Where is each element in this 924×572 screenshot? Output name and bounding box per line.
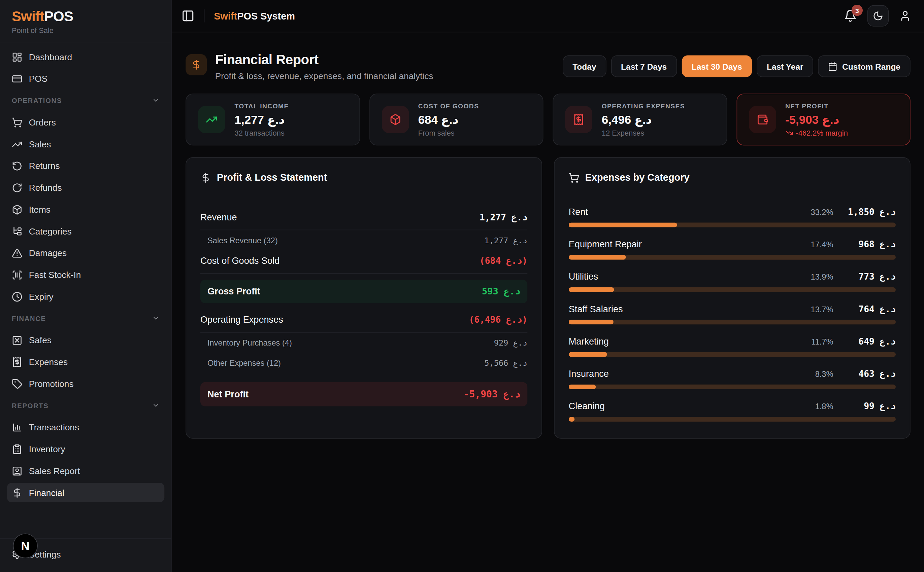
sidebar-item-promotions[interactable]: Promotions — [7, 374, 164, 393]
clipboard-list-icon — [12, 444, 23, 455]
page-title: Financial Report — [215, 52, 433, 68]
sidebar-item-sales-report[interactable]: Sales Report — [7, 461, 164, 480]
sidebar-item-damages[interactable]: Damages — [7, 243, 164, 263]
stat-subtext-label: -462.2% margin — [796, 129, 848, 137]
sidebar-item-expiry[interactable]: Expiry — [7, 287, 164, 306]
expense-percent: 33.2% — [811, 208, 834, 217]
dollar-icon — [200, 172, 211, 183]
sidebar-item-expenses[interactable]: Expenses — [7, 352, 164, 372]
page-header-left: Financial Report Profit & loss, revenue,… — [185, 52, 433, 81]
range-button-label: Last 7 Days — [621, 62, 667, 71]
page-subtitle: Profit & loss, revenue, expenses, and fi… — [215, 71, 433, 81]
panels-row: Profit & Loss Statement Revenue1,277 د.ع… — [185, 157, 910, 439]
notifications-button[interactable]: 3 — [844, 9, 857, 23]
shopping-cart-icon — [12, 117, 23, 127]
dollar-sign-icon — [12, 487, 23, 498]
range-button-last-30-days[interactable]: Last 30 Days — [682, 56, 752, 78]
sidebar-item-label: Returns — [29, 161, 60, 171]
topbar-title: SwiftPOS System — [214, 11, 295, 22]
sidebar-section-operations[interactable]: OPERATIONS — [7, 91, 164, 110]
expense-name: Utilities — [569, 272, 598, 282]
range-button-last-year[interactable]: Last Year — [757, 56, 813, 78]
sidebar-section-finance[interactable]: FINANCE — [7, 309, 164, 328]
expense-row-utilities: Utilities13.9%773 د.ع — [569, 272, 896, 292]
sidebar-item-label: Refunds — [29, 183, 62, 193]
rotate-ccw-icon — [12, 160, 23, 171]
range-button-last-7-days[interactable]: Last 7 Days — [611, 56, 677, 78]
pnl-row-value: 1,277 د.ع — [480, 212, 527, 223]
expense-row-header: Marketing11.7%649 د.ع — [569, 336, 896, 347]
stat-value: -5,903 د.ع — [785, 112, 848, 126]
sidebar-item-categories[interactable]: Categories — [7, 221, 164, 241]
sidebar-section-reports[interactable]: REPORTS — [7, 396, 164, 415]
trending-up-icon — [206, 114, 218, 126]
sidebar-item-fast-stock-in[interactable]: Fast Stock-In — [7, 265, 164, 284]
app-logo: SwiftPOS — [12, 8, 160, 25]
expense-row-header: Equipment Repair17.4%968 د.ع — [569, 239, 896, 250]
expense-progress-fill — [569, 385, 596, 389]
sidebar-item-returns[interactable]: Returns — [7, 156, 164, 176]
pnl-row-other-expenses-12: Other Expenses (12)5,566 د.ع — [200, 353, 527, 373]
sidebar-section-label: FINANCE — [12, 315, 46, 322]
sidebar-item-transactions[interactable]: Transactions — [7, 418, 164, 437]
range-button-today[interactable]: Today — [563, 56, 606, 78]
sidebar-item-refunds[interactable]: Refunds — [7, 178, 164, 197]
stat-card-total-income: TOTAL INCOME1,277 د.ع32 transactions — [185, 93, 360, 145]
pnl-row-gross-profit: Gross Profit593 د.ع — [200, 280, 527, 303]
expense-row-header: Insurance8.3%463 د.ع — [569, 369, 896, 379]
range-button-label: Today — [572, 62, 596, 71]
range-button-custom-range[interactable]: Custom Range — [818, 56, 910, 78]
expense-values: 17.4%968 د.ع — [811, 239, 896, 250]
pnl-title-text: Profit & Loss Statement — [217, 172, 327, 183]
range-button-label: Last Year — [767, 62, 804, 71]
sidebar-item-items[interactable]: Items — [7, 199, 164, 219]
page-content: Financial Report Profit & loss, revenue,… — [172, 32, 924, 572]
stat-icon-tile — [198, 106, 225, 133]
expense-amount: 968 د.ع — [841, 239, 896, 250]
pnl-row-value: 593 د.ع — [482, 286, 520, 297]
sidebar-item-label: Items — [29, 204, 50, 214]
app-window: SwiftPOS Point of Sale DashboardPOSOPERA… — [0, 0, 924, 572]
sidebar-item-orders[interactable]: Orders — [7, 112, 164, 132]
pnl-row-sales-revenue-32: Sales Revenue (32)1,277 د.ع — [200, 230, 527, 250]
receipt-icon — [573, 114, 584, 126]
sidebar-item-financial[interactable]: Financial — [7, 483, 164, 502]
shopping-cart-icon — [569, 172, 580, 183]
logo-rest: POS — [44, 8, 73, 24]
sidebar-item-inventory[interactable]: Inventory — [7, 440, 164, 459]
sidebar-item-dashboard[interactable]: Dashboard — [7, 47, 164, 67]
topbar-title-accent: Swift — [214, 11, 237, 21]
sidebar-item-label: Inventory — [29, 444, 65, 454]
expense-progress-fill — [569, 352, 607, 357]
sidebar-section-label: REPORTS — [12, 402, 49, 409]
expense-name: Staff Salaries — [569, 304, 623, 315]
theme-toggle-button[interactable] — [868, 5, 889, 26]
avatar-badge[interactable]: N — [13, 534, 38, 558]
expense-progress-fill — [569, 288, 614, 292]
sidebar-toggle-icon[interactable] — [181, 9, 195, 23]
rotate-cw-icon — [12, 182, 23, 193]
sidebar-item-label: POS — [29, 74, 47, 84]
user-menu-button[interactable] — [899, 10, 911, 22]
trending-down-icon — [785, 129, 793, 137]
sidebar-item-pos[interactable]: POS — [7, 69, 164, 89]
pnl-row-value: (684 د.ع) — [480, 256, 527, 266]
expense-percent: 11.7% — [811, 337, 833, 346]
expense-row-equipment-repair: Equipment Repair17.4%968 د.ع — [569, 239, 896, 260]
expense-name: Cleaning — [569, 401, 605, 412]
range-button-label: Last 30 Days — [692, 62, 742, 71]
stat-subtext-label: 32 transactions — [235, 129, 285, 137]
sidebar-item-label: Orders — [29, 117, 56, 127]
sidebar-item-safes[interactable]: Safes — [7, 330, 164, 350]
main-column: SwiftPOS System 3 — [172, 0, 924, 572]
expense-values: 1.8%99 د.ع — [815, 401, 896, 412]
stat-icon-tile — [565, 106, 592, 133]
expense-amount: 463 د.ع — [841, 369, 896, 379]
expense-progress-fill — [569, 223, 677, 227]
page-title-block: Financial Report Profit & loss, revenue,… — [215, 52, 433, 81]
stat-text-block: TOTAL INCOME1,277 د.ع32 transactions — [235, 102, 289, 137]
sidebar-item-label: Sales Report — [29, 466, 80, 476]
expense-values: 11.7%649 د.ع — [811, 336, 896, 347]
sidebar-item-sales[interactable]: Sales — [7, 134, 164, 154]
expenses-panel: Expenses by Category Rent33.2%1,850 د.عE… — [554, 157, 910, 439]
